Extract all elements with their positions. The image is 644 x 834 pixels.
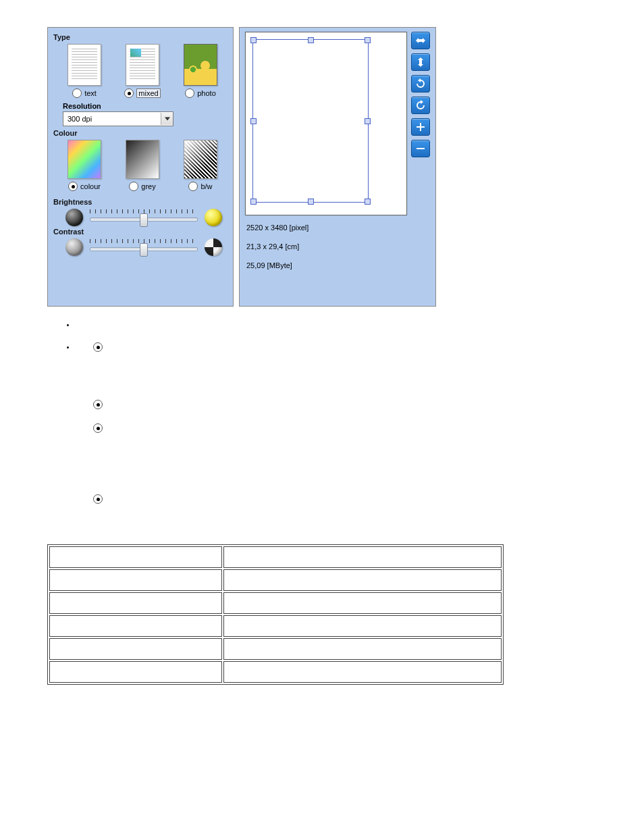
- radio-photo[interactable]: [185, 88, 194, 98]
- doc-option: [108, 494, 110, 502]
- table-cell: [49, 546, 222, 568]
- info-cm: 21,3 x 29,4 [cm]: [246, 242, 407, 251]
- radio-text[interactable]: [72, 88, 82, 98]
- table-cell: [49, 638, 222, 660]
- colour-swatch-icon: [68, 140, 101, 179]
- type-title: Type: [53, 33, 227, 41]
- colour-title: Colour: [53, 129, 227, 137]
- doc-radio-icon: [93, 494, 103, 504]
- type-option-photo[interactable]: photo: [178, 44, 223, 98]
- zoom-in-button[interactable]: [411, 118, 430, 136]
- info-mbyte: 25,09 [MByte]: [246, 261, 407, 269]
- resize-handle[interactable]: [365, 199, 371, 205]
- resolution-select[interactable]: 300 dpi: [63, 111, 173, 126]
- brightness-slider[interactable]: [90, 209, 198, 226]
- resize-handle[interactable]: [250, 199, 257, 205]
- colour-label-colour: colour: [80, 182, 101, 190]
- mixed-thumbnail-icon: [126, 44, 159, 86]
- resize-handle[interactable]: [365, 118, 371, 124]
- table-cell: [49, 615, 222, 637]
- resize-handle[interactable]: [308, 199, 314, 205]
- info-pixel: 2520 x 3480 [pixel]: [246, 224, 407, 232]
- table-cell: [49, 592, 222, 614]
- resolution-title: Resolution: [63, 102, 227, 110]
- doc-radio-icon: [93, 342, 103, 352]
- preview-toolbar: [411, 32, 430, 299]
- flip-horizontal-button[interactable]: [411, 32, 430, 49]
- doc-option: [108, 342, 110, 350]
- doc-option: [108, 423, 110, 431]
- resize-handle[interactable]: [365, 37, 371, 43]
- type-label-mixed: mixed: [136, 88, 160, 98]
- table-cell: [223, 592, 502, 614]
- crop-selection[interactable]: [252, 39, 369, 203]
- resolution-value: 300 dpi: [68, 115, 92, 123]
- settings-table: [47, 544, 504, 685]
- grey-swatch-icon: [126, 140, 159, 179]
- brightness-low-icon: [65, 209, 83, 226]
- colour-option-grey[interactable]: grey: [119, 140, 165, 191]
- table-cell: [223, 638, 502, 660]
- contrast-high-icon: [205, 238, 222, 256]
- brightness-title: Brightness: [53, 198, 227, 206]
- resize-handle[interactable]: [250, 37, 257, 43]
- colour-option-bw[interactable]: b/w: [178, 140, 223, 191]
- colour-label-grey: grey: [141, 182, 155, 190]
- contrast-title: Contrast: [53, 228, 227, 236]
- colour-option-colour[interactable]: colour: [61, 140, 107, 191]
- table-cell: [49, 661, 222, 683]
- preview-canvas[interactable]: [245, 32, 407, 215]
- settings-panel: Type text mixed photo: [47, 27, 234, 307]
- brightness-high-icon: [205, 209, 222, 226]
- svg-rect-0: [417, 148, 425, 149]
- doc-radio-icon: [93, 400, 103, 409]
- chevron-down-icon[interactable]: [161, 113, 173, 125]
- radio-colour[interactable]: [68, 182, 78, 191]
- zoom-out-button[interactable]: [411, 140, 430, 157]
- doc-option: [108, 399, 110, 407]
- radio-mixed[interactable]: [124, 88, 134, 98]
- resize-handle[interactable]: [308, 37, 314, 43]
- contrast-slider[interactable]: [90, 239, 198, 255]
- bw-swatch-icon: [184, 140, 217, 179]
- list-item: [76, 342, 527, 504]
- contrast-low-icon: [65, 238, 83, 256]
- type-label-photo: photo: [197, 89, 216, 97]
- type-option-mixed[interactable]: mixed: [119, 44, 165, 98]
- colour-label-bw: b/w: [200, 182, 212, 190]
- radio-grey[interactable]: [129, 182, 138, 191]
- table-cell: [223, 546, 502, 568]
- resize-handle[interactable]: [250, 118, 257, 124]
- table-cell: [223, 661, 502, 683]
- table-cell: [223, 569, 502, 591]
- table-cell: [223, 615, 502, 637]
- list-item: [76, 320, 527, 328]
- doc-radio-icon: [93, 423, 103, 433]
- preview-panel: 2520 x 3480 [pixel] 21,3 x 29,4 [cm] 25,…: [239, 27, 436, 307]
- rotate-right-button[interactable]: [411, 75, 430, 93]
- photo-thumbnail-icon: [184, 44, 217, 86]
- text-thumbnail-icon: [68, 44, 101, 86]
- type-option-text[interactable]: text: [61, 44, 107, 98]
- radio-bw[interactable]: [188, 182, 198, 191]
- type-label-text: text: [84, 89, 97, 97]
- table-cell: [49, 569, 222, 591]
- rotate-left-button[interactable]: [411, 97, 430, 114]
- flip-vertical-button[interactable]: [411, 53, 430, 71]
